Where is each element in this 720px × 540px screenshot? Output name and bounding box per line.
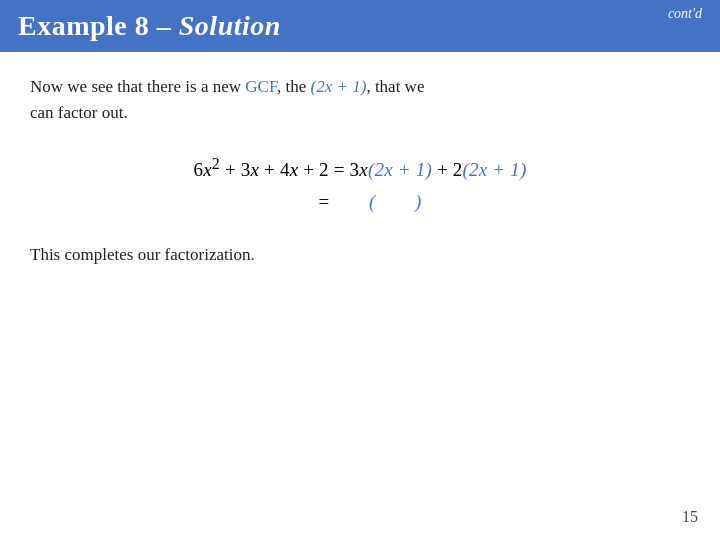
completion-paragraph: This completes our factorization. xyxy=(30,245,690,265)
eq1-lhs-6x: 6x2 + 3x + 4x + 2 = 3x xyxy=(193,155,367,181)
eq2-equals: = xyxy=(318,191,369,213)
eq2-space xyxy=(375,191,415,213)
contd-label: cont'd xyxy=(668,6,702,22)
eq1-factor2: (2x + 1) xyxy=(462,159,526,181)
header-bar: Example 8 – Solution cont'd xyxy=(0,0,720,52)
eq1-plus-2: + 2 xyxy=(432,159,463,181)
completion-text-span: This completes our factorization. xyxy=(30,245,255,264)
slide-title: Example 8 – Solution xyxy=(18,10,281,42)
equations-block: 6x2 + 3x + 4x + 2 = 3x (2x + 1) + 2 (2x … xyxy=(30,155,690,213)
gcf-label: GCF xyxy=(245,77,277,96)
main-content: Now we see that there is a new GCF, the … xyxy=(0,52,720,275)
equation-row-1: 6x2 + 3x + 4x + 2 = 3x (2x + 1) + 2 (2x … xyxy=(193,155,526,181)
eq2-close-paren: ) xyxy=(415,191,422,213)
equation-row-2: = ( ) xyxy=(298,191,421,213)
page-number: 15 xyxy=(682,508,698,526)
title-example-part: Example 8 – xyxy=(18,10,179,41)
title-solution-part: Solution xyxy=(179,10,281,41)
intro-line2: can factor out. xyxy=(30,103,128,122)
intro-paragraph: Now we see that there is a new GCF, the … xyxy=(30,74,690,127)
factor-highlight: (2x + 1) xyxy=(311,77,367,96)
eq1-factor1: (2x + 1) xyxy=(368,159,432,181)
